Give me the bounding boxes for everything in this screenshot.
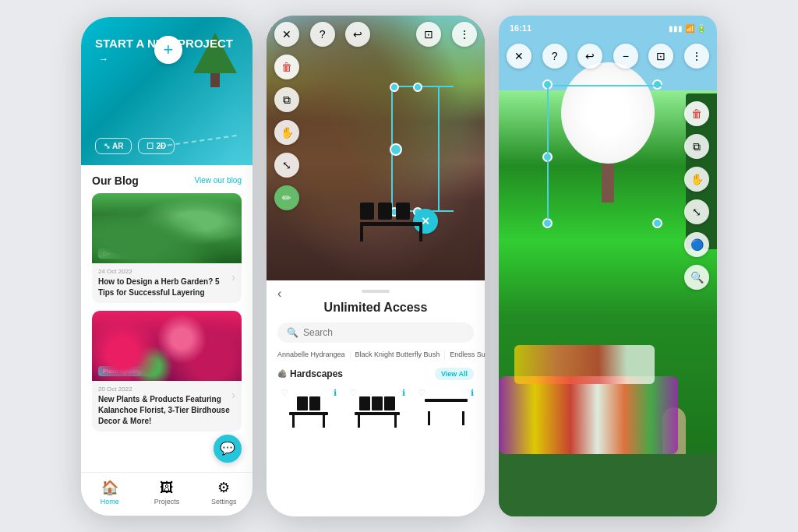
status-time: 16:11	[510, 23, 531, 33]
product-card-1[interactable]: ♡ ℹ	[277, 385, 340, 439]
view-all-button[interactable]: View All	[435, 368, 474, 380]
product-card-2[interactable]: ♡ ℹ	[346, 385, 408, 439]
projects-icon: 🖼	[160, 480, 174, 496]
ar3-snapshot-button[interactable]: ⊡	[648, 44, 673, 69]
furniture-silhouette-3	[422, 393, 469, 432]
ar3-dot-5	[652, 218, 662, 228]
table-legs-ar	[360, 226, 422, 241]
help-button[interactable]: ?	[310, 22, 335, 47]
screen-home: START A NEW PROJECT → + ⤡ AR ☐ 2D	[81, 17, 252, 516]
ar3-layers-button[interactable]: 🔵	[684, 232, 709, 257]
view-blog-link[interactable]: View our blog	[195, 176, 242, 185]
chair-1	[360, 203, 374, 220]
screen-ar-garden: 16:11 ▮▮▮ 📶 🔋 ✕ ? ↩ − ⊡ ⋮ 🗑 ⧉ ✋	[499, 16, 717, 516]
ar3-v-line-left	[547, 85, 549, 219]
ar3-minus-button[interactable]: −	[613, 44, 638, 69]
signal-icon: ▮▮▮	[669, 24, 683, 33]
flower-bed-mid	[514, 345, 655, 384]
trash-button[interactable]: 🗑	[274, 55, 299, 79]
plant-chip-2[interactable]: Black Knight Butterfly Bush	[350, 351, 446, 360]
back-button[interactable]: ‹	[277, 287, 281, 301]
blog-card-2-body: 20 Oct 2022 New Plants & Products Featur…	[92, 381, 242, 432]
info-icon-3[interactable]: ℹ	[471, 388, 474, 398]
product-img-3: ♡ ℹ	[415, 385, 477, 439]
blog-card-1-date: 24 Oct 2022	[98, 268, 231, 275]
ar-dot-tl	[390, 83, 399, 92]
mode-buttons: ⤡ AR ☐ 2D	[95, 138, 175, 154]
blog-card-2-tag: Plant Spotlight	[98, 366, 151, 376]
status-icons: ▮▮▮ 📶 🔋	[669, 23, 706, 33]
hero-arrow[interactable]: →	[98, 53, 108, 65]
status-bar: 16:11 ▮▮▮ 📶 🔋	[499, 23, 717, 33]
chat-button[interactable]: 💬	[214, 435, 242, 463]
plant-chip-3[interactable]: Endless Summer Hydrangea	[450, 351, 485, 360]
ar-dot-tr	[413, 83, 422, 92]
nav-settings[interactable]: ⚙ Settings	[196, 479, 252, 506]
chair-2	[378, 203, 392, 220]
more-button[interactable]: ⋮	[452, 22, 477, 47]
blog-card-1-headline: How to Design a Herb Garden? 5 Tips for …	[98, 277, 231, 298]
delete-button[interactable]: ⊡	[416, 22, 441, 47]
info-icon-2[interactable]: ℹ	[402, 388, 405, 398]
product-img-1: ♡ ℹ	[277, 385, 340, 439]
copy-button[interactable]: ⧉	[274, 87, 299, 112]
blog-section-title: Our Blog	[92, 174, 139, 187]
product-card-3[interactable]: ♡ ℹ	[415, 385, 477, 439]
ar3-help-button[interactable]: ?	[542, 44, 567, 69]
product-grid: ♡ ℹ	[267, 385, 485, 439]
wifi-icon: 📶	[685, 24, 694, 33]
ar3-gesture-button[interactable]: ✋	[684, 167, 709, 192]
ar3-undo-button[interactable]: ↩	[577, 44, 602, 69]
tree-crown	[561, 62, 655, 164]
blog-card-2-headline: New Plants & Products Featuring Kalancho…	[98, 394, 231, 427]
blog-card-2[interactable]: Plant Spotlight 20 Oct 2022 New Plants &…	[92, 311, 242, 432]
ar3-dot-4	[542, 218, 553, 228]
search-bar[interactable]: 🔍	[277, 322, 474, 343]
close-button[interactable]: ✕	[274, 22, 299, 47]
ar3-more-button[interactable]: ⋮	[684, 44, 709, 69]
chair-3	[396, 203, 410, 220]
search-input[interactable]	[303, 327, 464, 338]
gesture-button[interactable]: ✋	[274, 120, 299, 145]
resize-button[interactable]: ⤡	[274, 153, 299, 178]
heart-icon-3[interactable]: ♡	[418, 388, 425, 398]
unlimited-access-panel: ‹ Unlimited Access 🔍 Annabelle Hydrangea…	[267, 280, 485, 516]
ar-dot-ml	[390, 143, 402, 156]
heart-icon-1[interactable]: ♡	[281, 388, 288, 398]
hardscapes-label: 🪨 Hardscapes	[277, 368, 343, 379]
nav-projects[interactable]: 🖼 Projects	[138, 480, 195, 506]
add-project-button[interactable]: +	[154, 36, 182, 64]
hardscapes-text: Hardscapes	[290, 368, 343, 379]
plant-chip-1[interactable]: Annabelle Hydrangea	[277, 351, 345, 360]
product-icons-row-2: ♡ ℹ	[346, 388, 408, 398]
ar3-search-button[interactable]: 🔍	[684, 265, 709, 290]
hardscapes-section-header: 🪨 Hardscapes View All	[267, 368, 485, 380]
heart-icon-2[interactable]: ♡	[349, 388, 357, 398]
ar3-h-line-top	[553, 85, 662, 86]
blog-card-1[interactable]: Design Inspiration 24 Oct 2022 How to De…	[92, 193, 242, 303]
blog-header: Our Blog View our blog	[92, 174, 242, 187]
ar-horizontal-line-top	[391, 86, 454, 87]
nav-home[interactable]: 🏠 Home	[81, 479, 138, 506]
info-icon-1[interactable]: ℹ	[334, 388, 337, 398]
flower-bed-main	[499, 376, 678, 454]
ar3-close-button[interactable]: ✕	[507, 44, 531, 69]
edit-button[interactable]: ✏	[274, 185, 299, 210]
ar3-resize-button[interactable]: ⤡	[684, 199, 709, 224]
blog-card-2-text: 20 Oct 2022 New Plants & Products Featur…	[98, 386, 231, 427]
screen-ar-panel: ✕ ? ↩ ⊡ ⋮ 🗑 ⧉ ✋ ⤡ ✏	[267, 16, 485, 516]
nav-projects-label: Projects	[154, 498, 180, 506]
ar3-trash-button[interactable]: 🗑	[684, 101, 709, 126]
settings-icon: ⚙	[217, 479, 230, 496]
ar-mode-button[interactable]: ⤡ AR	[95, 138, 132, 154]
furniture-ar-group	[360, 203, 422, 241]
blog-section: Our Blog View our blog Design Inspiratio…	[81, 165, 252, 432]
hero-section: START A NEW PROJECT → + ⤡ AR ☐ 2D	[81, 17, 252, 165]
ar-mode-icon: ⤡	[104, 142, 110, 150]
ar3-copy-button[interactable]: ⧉	[684, 134, 709, 159]
blooming-tree	[561, 62, 655, 203]
hardscapes-icon: 🪨	[277, 369, 287, 378]
blog-card-1-text: 24 Oct 2022 How to Design a Herb Garden?…	[98, 268, 231, 298]
undo-button[interactable]: ↩	[345, 22, 370, 47]
2d-mode-button[interactable]: ☐ 2D	[138, 138, 175, 154]
